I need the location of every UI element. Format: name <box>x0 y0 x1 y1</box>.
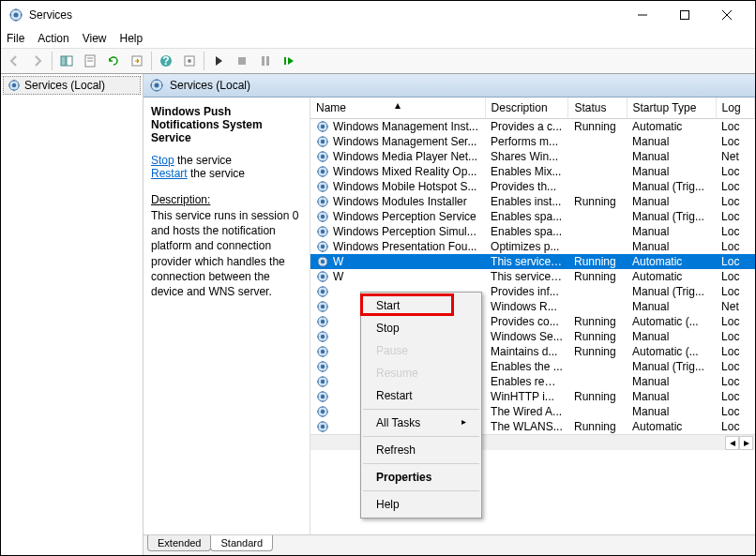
svg-rect-19 <box>284 57 286 65</box>
gear-icon <box>316 420 329 433</box>
context-start[interactable]: Start <box>363 294 479 317</box>
gear-icon <box>316 330 329 343</box>
restart-service-link[interactable]: Restart <box>151 167 188 180</box>
gear-icon <box>316 240 329 253</box>
gear-icon <box>316 405 329 418</box>
context-properties[interactable]: Properties <box>363 466 479 488</box>
content-header: Services (Local) <box>144 74 755 98</box>
column-description[interactable]: Description <box>485 98 568 119</box>
gear-icon <box>316 345 329 358</box>
table-row[interactable]: Windows Management Inst...Provides a c..… <box>310 119 755 135</box>
content-header-title: Services (Local) <box>170 79 250 92</box>
gear-icon <box>316 225 329 238</box>
context-resume: Resume <box>363 362 479 384</box>
gear-icon <box>8 79 21 92</box>
table-row[interactable]: Windows Management Ser...Performs m...Ma… <box>310 134 755 149</box>
maximize-button[interactable] <box>663 2 705 28</box>
context-restart[interactable]: Restart <box>363 384 479 407</box>
window-title: Services <box>29 8 621 22</box>
column-logon[interactable]: Log <box>716 98 754 119</box>
svg-rect-6 <box>61 56 66 66</box>
table-row[interactable]: Windows Mixed Reality Op...Enables Mix..… <box>310 164 755 179</box>
gear-icon <box>316 375 329 388</box>
menu-file[interactable]: File <box>7 32 24 45</box>
gear-icon <box>316 300 329 313</box>
gear-icon <box>316 165 329 178</box>
gear-icon <box>316 270 329 283</box>
app-icon <box>8 8 23 23</box>
svg-rect-16 <box>238 57 246 65</box>
svg-point-15 <box>188 59 191 63</box>
help-button[interactable]: ? <box>155 50 177 72</box>
selected-service-name: Windows Push Notifications System Servic… <box>151 105 302 144</box>
tree-root-label: Services (Local) <box>24 79 105 92</box>
minimize-button[interactable] <box>621 2 663 28</box>
context-refresh[interactable]: Refresh <box>363 439 479 461</box>
table-row[interactable]: Windows Perception Simul...Enables spa..… <box>310 224 755 239</box>
menu-bar: File Action View Help <box>1 29 755 48</box>
back-button[interactable] <box>3 50 25 72</box>
scroll-left-icon[interactable]: ◂ <box>725 436 739 450</box>
context-pause: Pause <box>363 339 479 362</box>
gear-icon <box>316 195 329 208</box>
toolbar: ? <box>1 48 755 74</box>
title-bar: Services <box>1 1 755 29</box>
table-row[interactable]: Windows Media Player Net...Shares Win...… <box>310 149 755 164</box>
export-button[interactable] <box>126 50 148 72</box>
svg-rect-17 <box>262 56 265 66</box>
gear-icon <box>316 285 329 298</box>
menu-action[interactable]: Action <box>38 32 68 45</box>
tree-pane: Services (Local) <box>1 74 144 555</box>
context-stop[interactable]: Stop <box>363 317 479 339</box>
gear-icon <box>316 135 329 148</box>
column-startup-type[interactable]: Startup Type <box>627 98 716 119</box>
table-row[interactable]: Windows Perception ServiceEnables spa...… <box>310 209 755 224</box>
context-all-tasks[interactable]: All Tasks <box>363 412 479 434</box>
stop-service-link[interactable]: Stop <box>151 154 174 167</box>
gear-icon <box>316 120 329 133</box>
forward-button[interactable] <box>26 50 49 72</box>
description-label: Description: <box>151 193 302 206</box>
restart-service-button[interactable] <box>278 50 300 72</box>
tree-root-services-local[interactable]: Services (Local) <box>3 76 141 95</box>
svg-text:?: ? <box>162 54 169 68</box>
gear-icon <box>316 210 329 223</box>
table-row[interactable]: WThis service ...RunningAutomaticLoc <box>310 254 755 269</box>
table-row[interactable]: WThis service ...RunningAutomaticLoc <box>310 269 755 284</box>
gear-icon <box>316 255 329 268</box>
table-row[interactable]: Windows Modules InstallerEnables inst...… <box>310 194 755 209</box>
svg-rect-7 <box>67 56 72 66</box>
table-row[interactable]: Windows Presentation Fou...Optimizes p..… <box>310 239 755 254</box>
tab-standard[interactable]: Standard <box>210 535 273 551</box>
gear-icon <box>316 360 329 373</box>
table-row[interactable]: Windows Mobile Hotspot S...Provides th..… <box>310 179 755 194</box>
stop-service-button[interactable] <box>231 50 253 72</box>
scroll-right-icon[interactable]: ▸ <box>739 436 753 450</box>
gear-icon <box>149 78 164 93</box>
pause-service-button[interactable] <box>254 50 277 72</box>
detail-panel: Windows Push Notifications System Servic… <box>144 98 310 534</box>
svg-rect-18 <box>266 56 269 66</box>
menu-help[interactable]: Help <box>120 32 144 45</box>
menu-view[interactable]: View <box>83 32 107 45</box>
tab-extended[interactable]: Extended <box>147 535 211 551</box>
refresh-button[interactable] <box>102 50 125 72</box>
context-menu: Start Stop Pause Resume Restart All Task… <box>360 292 482 518</box>
toolbar-extra-button[interactable] <box>178 50 201 72</box>
svg-rect-3 <box>680 11 688 20</box>
properties-button[interactable] <box>79 50 101 72</box>
column-status[interactable]: Status <box>568 98 627 119</box>
gear-icon <box>316 150 329 163</box>
gear-icon <box>316 315 329 328</box>
gear-icon <box>316 390 329 403</box>
description-body: This service runs in session 0 and hosts… <box>151 208 302 299</box>
show-hide-tree-button[interactable] <box>55 50 78 72</box>
context-help[interactable]: Help <box>363 493 479 516</box>
start-service-button[interactable] <box>207 50 230 72</box>
close-button[interactable] <box>705 2 748 28</box>
view-tabs: Extended Standard <box>144 534 755 555</box>
sort-indicator-icon: ▴ <box>395 98 401 112</box>
gear-icon <box>316 180 329 193</box>
column-name[interactable]: Name▴ <box>310 98 485 119</box>
